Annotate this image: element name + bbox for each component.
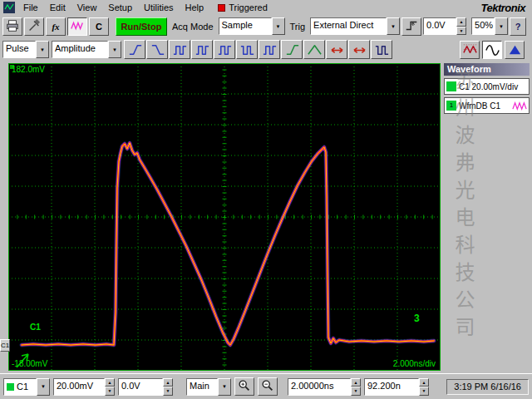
histogram-display-button[interactable] <box>505 41 525 59</box>
printer-icon <box>5 18 20 35</box>
status-bar: C1 ▼ 20.00mV ▲▼ 0.0V ▲▼ Main ▼ <box>0 373 532 399</box>
waveform-row-wfmdb[interactable]: 1WfmDB C1 <box>444 97 530 114</box>
waveform-row-label: WfmDB C1 <box>459 101 500 111</box>
channel-select[interactable]: C1 ▼ <box>3 378 50 396</box>
graticule: 182.0mV -18.00mV 2.000ns/div C1 3 <box>8 63 441 371</box>
menu-item-file[interactable]: File <box>17 2 44 13</box>
waveform-database-button[interactable] <box>67 17 87 36</box>
menu-item-edit[interactable]: Edit <box>44 2 71 13</box>
meas-neg-width-button[interactable] <box>236 40 258 59</box>
trigger-source-select[interactable]: External Direct ▼ <box>310 17 400 35</box>
measurement-toolbar: Pulse ▼ Amplitude ▼ <box>0 37 532 62</box>
magnifier-icon <box>260 378 275 395</box>
timebase-label: 2.000ns/div <box>393 359 436 368</box>
chevron-down-icon[interactable]: ▼ <box>108 41 121 58</box>
trigger-led-icon <box>218 4 225 12</box>
pink-waveform-icon <box>70 18 85 35</box>
vertical-scale-spin[interactable]: 20.00mV ▲▼ <box>53 378 115 396</box>
meas-pos-cross-button[interactable] <box>281 40 303 59</box>
cursor-button[interactable]: C <box>89 17 109 36</box>
trigger-number-annotation: 3 <box>414 313 420 324</box>
vector-trace-display-button[interactable] <box>482 41 502 59</box>
channel-color-swatch <box>446 81 456 91</box>
trigger-slope-button[interactable] <box>401 17 421 36</box>
cursor-c-label: C <box>96 22 102 32</box>
display-zoom-select[interactable]: 50% ▼ <box>471 17 508 35</box>
horizontal-scale-spin[interactable]: 2.00000ns ▲▼ <box>288 378 361 396</box>
spin-up-icon[interactable]: ▲ <box>351 378 361 387</box>
trace-ref-label: C1 <box>30 323 41 332</box>
context-help-button[interactable]: ? <box>510 17 526 36</box>
waveform-panel-header: Waveform <box>444 63 530 76</box>
timebase-select[interactable]: Main ▼ <box>186 378 231 396</box>
spin-down-icon[interactable]: ▼ <box>105 387 115 396</box>
waveform-row-label: C1 20.00mV/div <box>459 82 518 91</box>
channel-color-swatch <box>7 383 14 391</box>
pink-waveform-icon <box>512 101 527 111</box>
acq-mode-select[interactable]: Sample ▼ <box>219 17 285 35</box>
spin-up-icon[interactable]: ▲ <box>419 378 429 387</box>
chevron-down-icon[interactable]: ▼ <box>495 17 508 35</box>
tektronix-logo: Tektronix <box>480 2 525 14</box>
trigger-status: Triggered <box>229 2 268 12</box>
display-mode-buttons <box>460 41 525 59</box>
zoom-out-button[interactable] <box>258 377 278 396</box>
meas-buttons <box>124 40 392 59</box>
print-button[interactable] <box>2 17 22 36</box>
meas-frequency-button[interactable] <box>191 40 213 59</box>
vertical-offset-spin[interactable]: 0.0V ▲▼ <box>118 378 173 396</box>
help-icon: ? <box>515 22 521 32</box>
vertical-bottom-label: -18.00mV <box>12 359 47 368</box>
menu-item-help[interactable]: Help <box>180 2 210 13</box>
horizontal-reference-spin[interactable]: 92.200n ▲▼ <box>364 378 429 396</box>
meas-delay-button[interactable] <box>326 40 347 59</box>
app-icon[interactable] <box>3 2 15 13</box>
scope-trace <box>8 63 441 371</box>
meas-pos-width-button[interactable] <box>214 40 235 59</box>
math-fx-button[interactable]: fx <box>46 17 66 36</box>
chevron-down-icon[interactable]: ▼ <box>272 17 285 35</box>
fx-icon: fx <box>52 22 59 32</box>
waveform-panel: Waveform C1 20.00mV/div1WfmDB C1 <box>444 63 530 114</box>
waveform-row-c1[interactable]: C1 20.00mV/div <box>444 78 530 95</box>
utilities-button[interactable] <box>24 17 44 36</box>
chevron-down-icon[interactable]: ▼ <box>37 378 50 396</box>
chevron-down-icon[interactable]: ▼ <box>36 41 49 58</box>
spin-up-icon[interactable]: ▲ <box>456 17 466 27</box>
spin-down-icon[interactable]: ▼ <box>351 387 361 396</box>
meas-jitter-button[interactable] <box>371 40 392 59</box>
meas-category-select[interactable]: Pulse ▼ <box>2 41 49 58</box>
menu-item-utilities[interactable]: Utilities <box>138 2 179 13</box>
spin-up-icon[interactable]: ▲ <box>105 378 115 387</box>
meas-rise-time-button[interactable] <box>124 40 145 59</box>
meas-fall-time-button[interactable] <box>146 40 168 59</box>
spin-down-icon[interactable]: ▼ <box>456 27 466 36</box>
meas-type-select[interactable]: Amplitude ▼ <box>52 41 121 58</box>
oscilloscope-window: FileEditViewSetupUtilitiesHelp Triggered… <box>0 0 532 399</box>
menu-item-setup[interactable]: Setup <box>102 2 138 13</box>
menu-item-view[interactable]: View <box>71 2 103 13</box>
channel-position-marker[interactable]: C1 <box>0 339 10 352</box>
rising-edge-icon <box>404 18 419 35</box>
menu-bar: FileEditViewSetupUtilitiesHelp Triggered… <box>0 0 532 15</box>
chevron-down-icon[interactable]: ▼ <box>218 378 231 396</box>
waveform-panel-rows: C1 20.00mV/div1WfmDB C1 <box>444 78 530 114</box>
main-toolbar: fx C Run/Stop Acq Mode Sample ▼ Trig Ext… <box>0 15 532 37</box>
zoom-in-button[interactable] <box>234 377 254 396</box>
run-stop-button[interactable]: Run/Stop <box>116 17 167 36</box>
chevron-down-icon[interactable]: ▼ <box>387 17 400 35</box>
spin-up-icon[interactable]: ▲ <box>163 378 173 387</box>
meas-ramp-button[interactable] <box>303 40 325 59</box>
display-area: 182.0mV -18.00mV 2.000ns/div C1 3 C1 Wav… <box>0 62 532 372</box>
trigger-level-spin[interactable]: 0.0V ▲▼ <box>423 17 466 35</box>
spin-down-icon[interactable]: ▼ <box>419 387 429 396</box>
trig-label: Trig <box>287 22 309 32</box>
meas-period-button[interactable] <box>169 40 190 59</box>
meas-phase-button[interactable] <box>348 40 370 59</box>
wfm-database-display-button[interactable] <box>460 41 480 59</box>
vertical-top-label: 182.0mV <box>12 65 45 74</box>
spin-down-icon[interactable]: ▼ <box>163 387 173 396</box>
tools-icon <box>27 18 42 35</box>
menu-items: FileEditViewSetupUtilitiesHelp <box>17 2 209 12</box>
meas-duty-cycle-button[interactable] <box>259 40 280 59</box>
